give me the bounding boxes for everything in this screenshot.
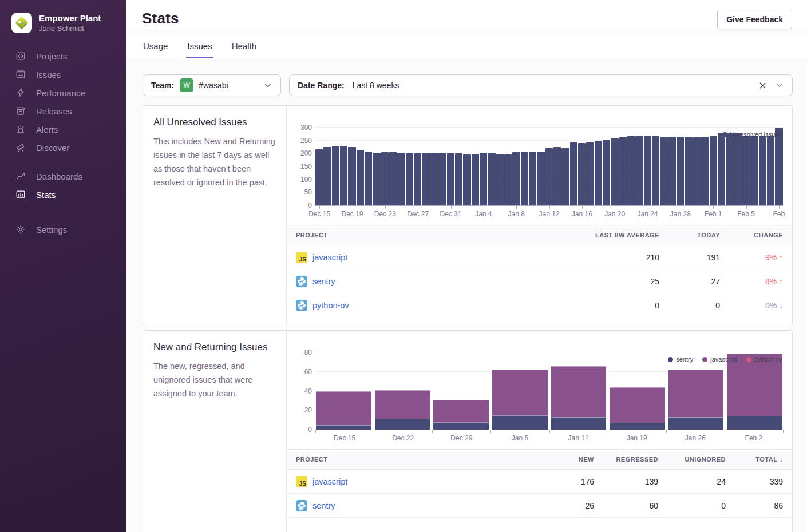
project-link[interactable]: javascript (312, 477, 347, 486)
chevron-down-icon[interactable] (775, 81, 784, 90)
bar[interactable] (496, 154, 504, 205)
bar[interactable] (742, 136, 750, 205)
bar[interactable] (718, 133, 725, 205)
bar[interactable] (430, 153, 438, 205)
clear-icon[interactable] (758, 81, 767, 90)
legend-item[interactable]: sentry (668, 356, 693, 363)
bar[interactable] (701, 137, 709, 205)
bar[interactable] (357, 150, 364, 205)
stacked-bar[interactable] (492, 352, 548, 430)
bar[interactable] (734, 133, 742, 205)
bar[interactable] (635, 136, 643, 205)
bar[interactable] (611, 138, 618, 205)
column-header-today[interactable]: Today (659, 232, 720, 239)
bar[interactable] (504, 154, 512, 205)
stacked-bar[interactable] (727, 352, 782, 430)
bar[interactable] (545, 148, 553, 205)
bar[interactable] (693, 137, 701, 205)
bar[interactable] (595, 141, 602, 205)
bar[interactable] (422, 153, 429, 205)
project-link[interactable]: sentry (312, 277, 335, 286)
bar[interactable] (521, 152, 528, 205)
bar[interactable] (529, 152, 536, 205)
bar[interactable] (685, 137, 692, 205)
bar[interactable] (488, 153, 495, 205)
bar[interactable] (726, 133, 733, 205)
bar[interactable] (381, 152, 389, 205)
bar[interactable] (578, 143, 586, 205)
stacked-bar[interactable] (375, 352, 430, 430)
bar[interactable] (455, 153, 462, 205)
bar[interactable] (414, 153, 421, 205)
bar[interactable] (586, 142, 594, 205)
legend-item[interactable]: javascript (702, 356, 737, 363)
bar[interactable] (553, 147, 561, 205)
stacked-bar[interactable] (433, 352, 489, 430)
sidebar-item-issues[interactable]: Issues (0, 65, 126, 84)
project-link[interactable]: javascript (312, 253, 347, 262)
bar[interactable] (472, 154, 479, 205)
column-header-total[interactable]: Total ↓ (726, 456, 783, 463)
bar[interactable] (660, 137, 667, 205)
bar[interactable] (652, 136, 659, 205)
bar[interactable] (619, 137, 627, 205)
sidebar-item-projects[interactable]: Projects (0, 47, 126, 65)
tab-issues[interactable]: Issues (186, 35, 213, 58)
legend-item[interactable]: python-ov (746, 356, 782, 363)
bar[interactable] (463, 154, 470, 205)
bar[interactable] (365, 152, 372, 205)
bar[interactable] (389, 152, 397, 205)
bar[interactable] (710, 136, 717, 205)
bar[interactable] (373, 153, 380, 205)
bar[interactable] (570, 142, 577, 205)
bar[interactable] (438, 153, 446, 205)
org-switcher[interactable]: Empower Plant Jane Schmidt (0, 0, 126, 43)
column-header-project[interactable]: Project (296, 456, 537, 463)
sidebar-item-stats[interactable]: Stats (0, 185, 126, 204)
column-header-change[interactable]: Change (720, 232, 783, 239)
bar[interactable] (627, 136, 635, 205)
bar[interactable] (447, 153, 454, 205)
project-link[interactable]: python-ov (312, 301, 349, 310)
bar[interactable] (644, 136, 651, 205)
bar[interactable] (775, 128, 782, 205)
bar[interactable] (340, 146, 347, 205)
bar[interactable] (668, 137, 676, 205)
bar[interactable] (677, 137, 684, 205)
column-header-project[interactable]: Project (296, 232, 562, 239)
tab-usage[interactable]: Usage (142, 35, 169, 58)
bar[interactable] (406, 153, 413, 205)
sidebar-item-settings[interactable]: Settings (0, 220, 126, 239)
tab-health[interactable]: Health (231, 35, 258, 58)
bar[interactable] (603, 140, 610, 205)
bar[interactable] (561, 148, 569, 205)
bar[interactable] (480, 153, 487, 205)
project-link[interactable]: sentry (312, 501, 335, 510)
sidebar-item-dashboards[interactable]: Dashboards (0, 167, 126, 185)
sidebar-item-discover[interactable]: Discover (0, 138, 126, 157)
stacked-bar[interactable] (551, 352, 607, 430)
bar[interactable] (767, 136, 774, 205)
sidebar-item-releases[interactable]: Releases (0, 102, 126, 120)
column-header-new[interactable]: New (537, 456, 594, 463)
bar[interactable] (512, 152, 520, 205)
bar[interactable] (332, 146, 339, 205)
column-header-last-8w-average[interactable]: Last 8w Average (562, 232, 659, 239)
bar[interactable] (537, 152, 544, 205)
stacked-bar[interactable] (610, 352, 665, 430)
sidebar-item-alerts[interactable]: Alerts (0, 120, 126, 138)
bar[interactable] (397, 153, 405, 205)
bar[interactable] (750, 136, 758, 205)
chevron-down-icon[interactable] (263, 81, 272, 90)
bar[interactable] (315, 149, 323, 205)
date-range-select[interactable]: Date Range: Last 8 weeks (289, 74, 793, 96)
give-feedback-button[interactable]: Give Feedback (717, 10, 792, 29)
bar[interactable] (348, 147, 355, 205)
column-header-unignored[interactable]: Unignored (658, 456, 726, 463)
team-select[interactable]: Team: W #wasabi (143, 74, 281, 96)
column-header-regressed[interactable]: Regressed (594, 456, 658, 463)
bar[interactable] (323, 147, 331, 205)
legend-item[interactable]: Unresolved Issues (722, 131, 782, 138)
sidebar-item-performance[interactable]: Performance (0, 84, 126, 102)
bar[interactable] (759, 136, 766, 205)
